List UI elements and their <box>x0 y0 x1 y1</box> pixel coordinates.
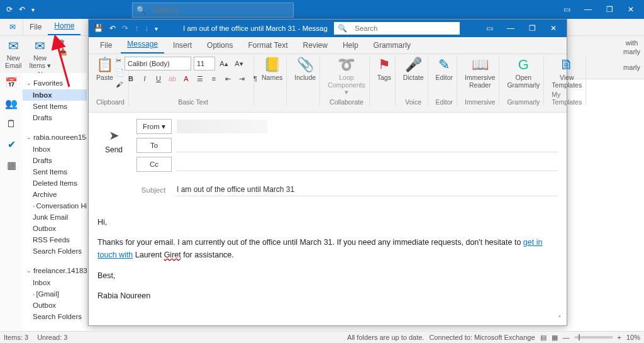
refresh-icon[interactable]: ⟳ <box>6 5 13 14</box>
font-color-icon[interactable]: A <box>180 72 192 85</box>
send-button[interactable]: ➤ Send <box>97 119 130 163</box>
from-field[interactable] <box>177 120 267 133</box>
zoom-slider[interactable] <box>575 336 613 339</box>
cut-icon[interactable]: ✂ <box>116 57 125 65</box>
increase-indent-icon[interactable]: ⇥ <box>235 72 248 85</box>
from-button[interactable]: From ▾ <box>136 119 172 134</box>
view-reading-icon[interactable]: ▦ <box>552 334 558 342</box>
undo-icon[interactable]: ↶ <box>19 5 25 14</box>
nav-a1-search[interactable]: Search Folders <box>23 245 87 257</box>
nav-sent[interactable]: Sent Items <box>23 101 87 112</box>
account1-header[interactable]: ⌄rabia.noureen15@ <box>23 131 87 143</box>
down-icon[interactable]: ↓ <box>145 24 148 33</box>
up-icon[interactable]: ↑ <box>135 24 138 33</box>
nav-inbox[interactable]: Inbox <box>23 89 87 101</box>
quick-access-handle[interactable]: ▾ <box>155 25 158 32</box>
to-button[interactable]: To <box>136 138 172 153</box>
close-icon[interactable]: ✕ <box>620 0 641 19</box>
message-text-editor[interactable]: Hi, Thanks for your email. I am currentl… <box>97 208 558 310</box>
msg-tab-format[interactable]: Format Text <box>242 37 294 53</box>
outlook-search-input[interactable] <box>150 6 293 14</box>
grow-font-icon[interactable]: A▴ <box>218 57 230 70</box>
immersive-reader-button[interactable]: 📖 Immersive Reader <box>465 57 495 89</box>
tab-home[interactable]: Home <box>48 18 80 35</box>
msg-close-icon[interactable]: ✕ <box>543 20 564 37</box>
nav-a2-inbox[interactable]: Inbox <box>23 277 87 288</box>
msg-tab-message[interactable]: Message <box>121 36 164 53</box>
save-icon[interactable]: 💾 <box>94 24 103 33</box>
mail-module-icon[interactable]: ✉ <box>3 19 23 35</box>
bold-icon[interactable]: B <box>125 72 137 85</box>
nav-a1-sent[interactable]: Sent Items <box>23 166 87 177</box>
maximize-icon[interactable]: ❐ <box>599 0 620 19</box>
cc-button[interactable]: Cc <box>136 157 172 172</box>
quick-access-handle[interactable]: ▾ <box>31 6 35 13</box>
shrink-font-icon[interactable]: A▾ <box>233 57 245 70</box>
people-icon[interactable]: 👥 <box>5 98 18 110</box>
minimize-icon[interactable]: — <box>577 0 599 19</box>
nav-a1-archive[interactable]: Archive <box>23 189 87 200</box>
message-search-input[interactable] <box>351 25 460 32</box>
nav-a1-junk[interactable]: Junk Email <box>23 211 87 223</box>
new-email-button[interactable]: ✉ New Email <box>5 38 21 74</box>
notes-icon[interactable]: 🗒 <box>6 118 16 130</box>
nav-a2-outbox[interactable]: Outbox <box>23 300 87 311</box>
cc-field[interactable] <box>177 158 558 171</box>
nav-a2-search[interactable]: Search Folders <box>23 311 87 322</box>
numbering-icon[interactable]: ≡ <box>208 72 220 85</box>
msg-maximize-icon[interactable]: ❐ <box>521 20 543 37</box>
to-field[interactable] <box>177 139 558 152</box>
msg-tab-options[interactable]: Options <box>201 37 239 53</box>
subject-field[interactable] <box>175 183 558 196</box>
msg-tab-help[interactable]: Help <box>336 37 365 53</box>
redo-icon[interactable]: ↷ <box>122 24 128 33</box>
dictate-button[interactable]: 🎤 Dictate <box>403 57 424 82</box>
paste-button[interactable]: 📋 Paste <box>96 57 113 88</box>
bullets-icon[interactable]: ☰ <box>194 72 206 85</box>
nav-a1-inbox[interactable]: Inbox <box>23 143 87 155</box>
favorites-header[interactable]: ⌄Favorites <box>23 77 87 89</box>
msg-tab-review[interactable]: Review <box>297 37 334 53</box>
ribbon-display-icon[interactable]: ▭ <box>556 0 577 19</box>
tags-button[interactable]: ⚑ Tags <box>377 57 391 82</box>
account2-header[interactable]: ⌄freelancer.14183@ <box>23 264 87 277</box>
format-painter-icon[interactable]: 🖌 <box>116 81 125 88</box>
calendar-icon[interactable]: 📅 <box>5 77 18 89</box>
view-normal-icon[interactable]: ▤ <box>540 334 547 342</box>
collapse-ribbon-icon[interactable]: ˄ <box>558 315 562 323</box>
nav-a1-drafts[interactable]: Drafts <box>23 155 87 166</box>
font-name-select[interactable]: Calibri (Body) <box>125 57 191 70</box>
view-templates-button[interactable]: 🗎 View Templates <box>552 57 582 89</box>
nav-a1-outbox[interactable]: Outbox <box>23 223 87 234</box>
decrease-indent-icon[interactable]: ⇤ <box>221 72 234 85</box>
undo-icon[interactable]: ↶ <box>109 24 116 33</box>
zoom-out-icon[interactable]: — <box>563 334 570 341</box>
editor-button[interactable]: ✎ Editor <box>436 57 453 82</box>
msg-tab-grammarly[interactable]: Grammarly <box>367 37 417 53</box>
italic-icon[interactable]: I <box>138 72 151 85</box>
nav-a1-deleted[interactable]: Deleted Items <box>23 177 87 189</box>
nav-a2-gmail[interactable]: › [Gmail] <box>23 288 87 300</box>
delete-icon[interactable]: 🗑 <box>58 38 67 46</box>
nav-a1-conv-history[interactable]: › Conversation History <box>23 200 87 211</box>
msg-tab-file[interactable]: File <box>94 37 118 53</box>
include-button[interactable]: 📎 Include <box>294 57 316 82</box>
open-grammarly-button[interactable]: G Open Grammarly <box>507 57 540 89</box>
ribbon-display-icon[interactable]: ▭ <box>479 20 500 37</box>
copy-icon[interactable]: 📄 <box>116 69 125 77</box>
outlook-search-box[interactable]: 🔍 <box>132 3 294 18</box>
new-items-button[interactable]: ✉ New Items ▾ <box>29 38 51 74</box>
archive-icon[interactable]: 📥 <box>58 48 67 56</box>
tab-file[interactable]: File <box>23 19 48 35</box>
msg-minimize-icon[interactable]: — <box>500 20 521 37</box>
message-search-box[interactable]: 🔍 <box>334 22 460 35</box>
names-button[interactable]: 📒 Names <box>262 57 282 82</box>
todo-icon[interactable]: ✔ <box>8 138 16 150</box>
highlight-icon[interactable]: ab <box>166 72 179 85</box>
more-apps-icon[interactable]: ▦ <box>7 159 16 171</box>
loop-button[interactable]: ➰ Loop Components ▾ <box>328 57 365 96</box>
nav-drafts[interactable]: Drafts <box>23 112 87 123</box>
misc-ribbon-icons[interactable]: 🗑 📥 <box>58 38 67 56</box>
msg-tab-insert[interactable]: Insert <box>167 37 198 53</box>
nav-a1-rss[interactable]: RSS Feeds <box>23 234 87 245</box>
